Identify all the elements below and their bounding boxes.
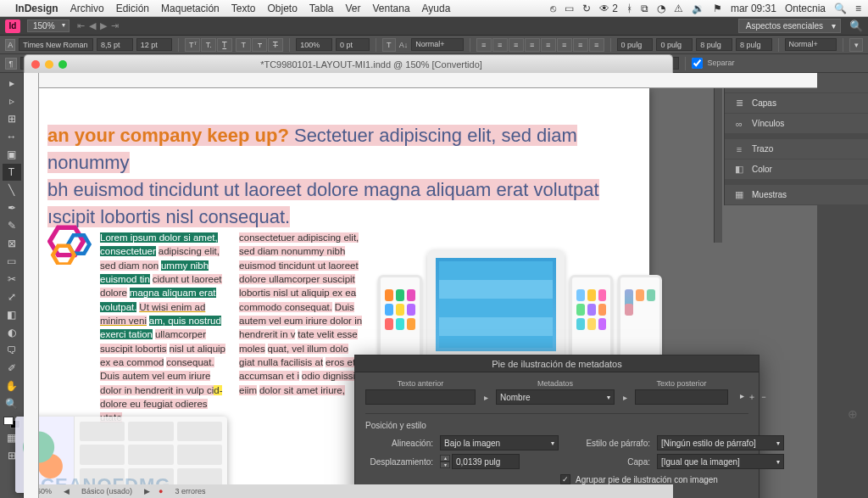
status-info[interactable]: Básico (usado) bbox=[78, 487, 136, 495]
status-timemachine-icon[interactable]: ◔ bbox=[657, 3, 665, 14]
indent-last-field[interactable] bbox=[736, 38, 772, 51]
status-display-icon[interactable]: ▭ bbox=[565, 3, 574, 14]
capa-select[interactable]: [Igual que la imagen] bbox=[657, 454, 784, 469]
type-tool[interactable]: T bbox=[3, 164, 21, 181]
status-nav-prev-icon[interactable]: ◀ bbox=[64, 487, 70, 495]
status-user[interactable]: Ontecnia bbox=[785, 3, 826, 14]
workspace-selector[interactable]: Aspectos esenciales bbox=[738, 19, 841, 33]
justify-last-left-button[interactable]: ≡ bbox=[541, 38, 556, 52]
metadata-select[interactable]: Nombre bbox=[496, 389, 615, 405]
menu-maquetacion[interactable]: Maquetación bbox=[161, 3, 220, 14]
panel-trazo[interactable]: ≡Trazo bbox=[725, 139, 868, 159]
texto-anterior-field[interactable] bbox=[365, 389, 476, 405]
panel-capas[interactable]: ≣Capas bbox=[725, 93, 868, 114]
pen-tool[interactable]: ✒ bbox=[3, 199, 21, 216]
nav-first-icon[interactable]: ⇤ bbox=[77, 20, 85, 31]
devices-image[interactable] bbox=[378, 207, 662, 360]
line-tool[interactable]: ╲ bbox=[3, 182, 21, 199]
panel-vinculos[interactable]: ∞Vínculos bbox=[725, 114, 868, 134]
scissors-tool[interactable]: ✂ bbox=[3, 271, 21, 288]
char-style-field[interactable]: Normal+ bbox=[411, 38, 464, 51]
justify-last-center-button[interactable]: ≡ bbox=[557, 38, 572, 52]
superscript-button[interactable]: Tᵀ bbox=[185, 38, 200, 52]
justify-all-button[interactable]: ≡ bbox=[589, 38, 604, 52]
status-clock[interactable]: mar 09:31 bbox=[731, 3, 776, 14]
underline-button[interactable]: T̲ bbox=[217, 38, 232, 52]
offset-stepper[interactable]: ▴▾ bbox=[440, 455, 450, 468]
note-tool[interactable]: 🗨 bbox=[3, 342, 21, 359]
direct-selection-tool[interactable]: ▹ bbox=[3, 92, 21, 109]
floating-zoom-in-icon[interactable]: ⊕ bbox=[848, 407, 863, 422]
window-minimize-icon[interactable] bbox=[45, 60, 53, 69]
spotlight-icon[interactable]: 🔍 bbox=[834, 3, 847, 14]
status-bluetooth-icon[interactable]: ᚼ bbox=[626, 3, 632, 14]
content-collector-tool[interactable]: ▣ bbox=[3, 146, 21, 163]
rectangle-frame-tool[interactable]: ⊠ bbox=[3, 235, 21, 252]
gap-tool[interactable]: ↔ bbox=[3, 128, 21, 145]
menu-ver[interactable]: Ver bbox=[346, 3, 361, 14]
justify-button[interactable]: ≡ bbox=[525, 38, 540, 52]
desplazamiento-field[interactable] bbox=[452, 454, 520, 469]
zoom-selector[interactable]: 150% bbox=[27, 20, 70, 32]
menu-archivo[interactable]: Archivo bbox=[70, 3, 104, 14]
nav-last-icon[interactable]: ⇥ bbox=[111, 20, 119, 31]
rectangle-tool[interactable]: ▭ bbox=[3, 253, 21, 270]
status-eye-icon[interactable]: 👁 2 bbox=[599, 3, 618, 14]
nav-prev-icon[interactable]: ◀ bbox=[89, 20, 96, 31]
page-tool[interactable]: ⊞ bbox=[3, 110, 21, 127]
menu-ayuda[interactable]: Ayuda bbox=[422, 3, 451, 14]
status-volume-icon[interactable]: 🔉 bbox=[692, 3, 704, 14]
indent-left-field[interactable] bbox=[617, 38, 654, 51]
ruler-vertical[interactable] bbox=[24, 73, 39, 498]
pencil-tool[interactable]: ✎ bbox=[3, 217, 21, 234]
text-column-1[interactable]: Lorem ipsum dolor si amet, consectetuer … bbox=[100, 231, 227, 425]
align-right-button[interactable]: ≡ bbox=[509, 38, 524, 52]
hyphenate-check[interactable]: Separar bbox=[692, 58, 735, 69]
menu-objeto[interactable]: Objeto bbox=[267, 3, 297, 14]
text-column-2[interactable]: consectetuer adipiscing elit, sed diam n… bbox=[239, 231, 366, 397]
para-mode-button[interactable]: ¶ bbox=[5, 58, 17, 70]
notification-center-icon[interactable]: ≡ bbox=[855, 3, 861, 14]
estilo-parrafo-select[interactable]: [Ningún estilo de párrafo] bbox=[657, 435, 784, 450]
texto-posterior-field[interactable] bbox=[635, 389, 728, 405]
para-style-picker[interactable]: Normal+ bbox=[785, 38, 837, 51]
menu-tabla[interactable]: Tabla bbox=[309, 3, 334, 14]
menu-texto[interactable]: Texto bbox=[231, 3, 256, 14]
baseline-field[interactable] bbox=[336, 38, 370, 51]
menu-edicion[interactable]: Edición bbox=[116, 3, 149, 14]
alineacion-select[interactable]: Bajo la imagen bbox=[440, 435, 559, 450]
agrupar-checkbox[interactable]: ✓ bbox=[560, 474, 570, 484]
remove-row-button[interactable]: － bbox=[760, 391, 768, 403]
options-menu-icon[interactable]: ▾ bbox=[849, 38, 863, 52]
nav-next-icon[interactable]: ▶ bbox=[100, 20, 107, 31]
align-left-button[interactable]: ≡ bbox=[476, 38, 492, 52]
indent-first-field[interactable] bbox=[696, 38, 732, 51]
status-errors[interactable]: 3 errores bbox=[172, 487, 209, 495]
hscale-field[interactable] bbox=[296, 38, 332, 51]
appbar-search-icon[interactable]: 🔍 bbox=[849, 20, 863, 32]
window-zoom-icon[interactable] bbox=[58, 60, 67, 69]
status-flag-icon[interactable]: ⚑ bbox=[713, 3, 722, 14]
status-nav-next-icon[interactable]: ▶ bbox=[144, 487, 150, 495]
zoom-tool[interactable]: 🔍 bbox=[3, 395, 21, 412]
justify-last-right-button[interactable]: ≡ bbox=[573, 38, 588, 52]
panel-muestras[interactable]: ▦Muestras bbox=[725, 185, 868, 205]
hand-tool[interactable]: ✋ bbox=[3, 378, 21, 394]
hexagon-shape-icon[interactable] bbox=[47, 224, 93, 265]
font-size-field[interactable] bbox=[97, 38, 133, 51]
indent-right-field[interactable] bbox=[656, 38, 693, 51]
strike-button[interactable]: T̶ bbox=[268, 38, 283, 52]
gradient-feather-tool[interactable]: ◐ bbox=[3, 324, 21, 341]
eyedropper-tool[interactable]: ✐ bbox=[3, 360, 21, 377]
align-center-button[interactable]: ≡ bbox=[492, 38, 508, 52]
status-sync-icon[interactable]: ↻ bbox=[582, 3, 591, 14]
panel-color[interactable]: ◧Color bbox=[725, 159, 868, 180]
allcaps-button[interactable]: T bbox=[236, 38, 251, 52]
ruler-horizontal[interactable] bbox=[39, 73, 817, 88]
status-remote-icon[interactable]: ⎋ bbox=[550, 3, 556, 14]
smallcaps-button[interactable]: ᴛ bbox=[252, 38, 267, 52]
panel-collapse-button[interactable]: ▸▸ bbox=[714, 73, 722, 243]
selection-tool[interactable]: ▸ bbox=[3, 75, 21, 92]
font-family-field[interactable] bbox=[19, 38, 93, 51]
status-wifi-icon[interactable]: ⚠︎ bbox=[674, 3, 683, 14]
